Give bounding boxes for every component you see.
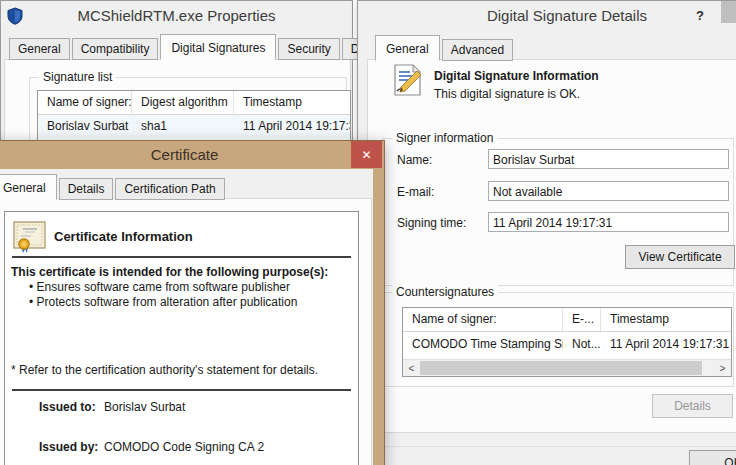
scroll-right-icon[interactable]: >: [714, 360, 731, 376]
tab-cert-details[interactable]: Details: [59, 178, 114, 200]
cs-email-cell: Not...: [563, 332, 601, 358]
certificate-tab-row: General Details Certification Path: [0, 173, 227, 199]
column-digest-algorithm[interactable]: Digest algorithm: [132, 91, 234, 114]
signing-time-field[interactable]: [488, 212, 729, 232]
refer-note: * Refer to the certification authority's…: [11, 363, 318, 377]
column-cs-timestamp[interactable]: Timestamp: [601, 308, 731, 331]
scroll-left-icon[interactable]: <: [403, 360, 420, 376]
separator: [12, 256, 351, 258]
screen: MCShieldRTM.exe Properties General Compa…: [0, 0, 736, 465]
issued-to-value: Borislav Surbat: [104, 400, 185, 414]
properties-titlebar[interactable]: MCShieldRTM.exe Properties: [1, 1, 352, 31]
certificate-body: General Details Certification Path: [0, 169, 373, 465]
signature-row[interactable]: Borislav Surbat sha1 11 April 2014 19:17…: [38, 115, 350, 138]
digital-signature-details-dialog: Digital Signature Details ? General Adva…: [357, 0, 736, 465]
tab-security[interactable]: Security: [278, 38, 339, 60]
dsd-general-tab-page: Digital Signature Information This digit…: [367, 59, 736, 433]
ok-button[interactable]: OK: [689, 450, 736, 465]
scrollbar-thumb[interactable]: [420, 361, 702, 375]
countersignature-row[interactable]: COMODO Time Stamping Signer Not... 11 Ap…: [403, 332, 731, 358]
countersignatures-group: Countersignatures Name of signer: E-... …: [382, 292, 734, 387]
purpose-item: Protects software from alteration after …: [29, 295, 297, 310]
column-cs-name-of-signer[interactable]: Name of signer:: [403, 308, 563, 331]
signature-status: This digital signature is OK.: [434, 87, 580, 101]
email-label: E-mail:: [397, 185, 434, 199]
view-certificate-button[interactable]: View Certificate: [625, 245, 735, 269]
email-field[interactable]: [488, 181, 729, 201]
signer-name-cell: Borislav Surbat: [38, 115, 132, 138]
column-timestamp[interactable]: Timestamp: [234, 91, 350, 114]
digest-cell: sha1: [132, 115, 234, 138]
close-icon[interactable]: [721, 1, 736, 23]
signer-information-label: Signer information: [392, 131, 497, 145]
issued-by-value: COMODO Code Signing CA 2: [104, 440, 264, 454]
dsd-title: Digital Signature Details: [358, 1, 736, 31]
signer-information-group: Signer information Name: E-mail: Signing…: [382, 138, 734, 286]
countersignatures-label: Countersignatures: [392, 285, 498, 299]
signature-list-header: Name of signer: Digest algorithm Timesta…: [38, 91, 350, 115]
certificate-title: Certificate: [0, 141, 384, 168]
column-name-of-signer[interactable]: Name of signer:: [38, 91, 132, 114]
timestamp-cell: 11 April 2014 19:17:31: [234, 115, 350, 138]
separator: [12, 389, 351, 391]
cert-general-tab-page: Certificate Information This certificate…: [0, 198, 372, 465]
purposes-heading: This certificate is intended for the fol…: [11, 265, 328, 279]
tab-general[interactable]: General: [9, 38, 70, 60]
certificate-dialog: Certificate ✕ General Details Certificat…: [0, 140, 385, 465]
issued-by-label: Issued by:: [39, 440, 98, 454]
purpose-item: Ensures software came from software publ…: [29, 280, 297, 295]
certificate-info-box: Certificate Information This certificate…: [4, 211, 359, 465]
properties-tab-row: General Compatibility Digital Signatures…: [9, 33, 399, 59]
properties-title: MCShieldRTM.exe Properties: [1, 1, 352, 31]
tab-dsd-advanced[interactable]: Advanced: [442, 39, 513, 61]
horizontal-scrollbar: < >: [403, 359, 731, 376]
name-label: Name:: [397, 153, 432, 167]
tab-cert-general[interactable]: General: [0, 174, 57, 200]
close-icon[interactable]: ✕: [351, 141, 382, 168]
tab-cert-certification-path[interactable]: Certification Path: [115, 178, 224, 200]
scrollbar-track[interactable]: [420, 360, 714, 376]
purposes-list: Ensures software came from software publ…: [29, 280, 297, 310]
column-cs-email[interactable]: E-...: [563, 308, 601, 331]
certificate-information-heading: Certificate Information: [54, 229, 193, 244]
issued-to-label: Issued to:: [39, 400, 96, 414]
signature-info-heading: Digital Signature Information: [434, 69, 599, 83]
cs-signer-cell: COMODO Time Stamping Signer: [403, 332, 563, 358]
signature-list-group-label: Signature list: [39, 70, 116, 84]
digital-signature-icon: [391, 63, 425, 97]
help-icon[interactable]: ?: [696, 8, 704, 23]
countersignatures-table: Name of signer: E-... Timestamp COMODO T…: [402, 307, 732, 377]
cs-timestamp-cell: 11 April 2014 19:17:31: [601, 332, 731, 358]
name-field[interactable]: [488, 149, 729, 169]
certificate-icon: [13, 220, 47, 254]
dsd-tab-row: General Advanced: [375, 34, 515, 60]
countersignatures-header: Name of signer: E-... Timestamp: [403, 308, 731, 332]
details-button[interactable]: Details: [652, 394, 733, 418]
dsd-footer: [358, 446, 736, 465]
tab-dsd-general[interactable]: General: [375, 35, 440, 61]
signing-time-label: Signing time:: [397, 216, 466, 230]
tab-compatibility[interactable]: Compatibility: [72, 38, 159, 60]
dsd-titlebar[interactable]: Digital Signature Details ?: [358, 1, 736, 31]
tab-digital-signatures[interactable]: Digital Signatures: [160, 34, 276, 60]
certificate-titlebar[interactable]: Certificate ✕: [0, 141, 384, 168]
